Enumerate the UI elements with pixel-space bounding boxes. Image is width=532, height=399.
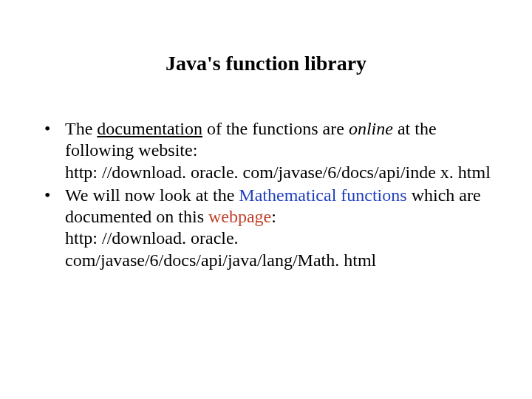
bullet-item-1: The documentation of the functions are o… — [37, 118, 495, 183]
url-text-2: http: //download. oracle. com/javase/6/d… — [65, 228, 495, 271]
text: The — [65, 119, 97, 138]
underlined-word-documentation: documentation — [97, 119, 202, 138]
url-text-1: http: //download. oracle. com/javase/6/d… — [65, 162, 495, 183]
blue-text-mathematical-functions: Mathematical functions — [239, 185, 406, 205]
bullet-list: The documentation of the functions are o… — [37, 118, 495, 271]
red-text-webpage: webpage — [208, 207, 271, 226]
text: of the functions are — [202, 119, 349, 138]
slide-title: Java's function library — [37, 52, 495, 75]
bullet-item-2: We will now look at the Mathematical fun… — [37, 185, 495, 271]
italic-word-online: online — [349, 119, 393, 138]
text: : — [271, 207, 276, 226]
text: We will now look at the — [65, 185, 239, 205]
slide: Java's function library The documentatio… — [0, 0, 532, 399]
